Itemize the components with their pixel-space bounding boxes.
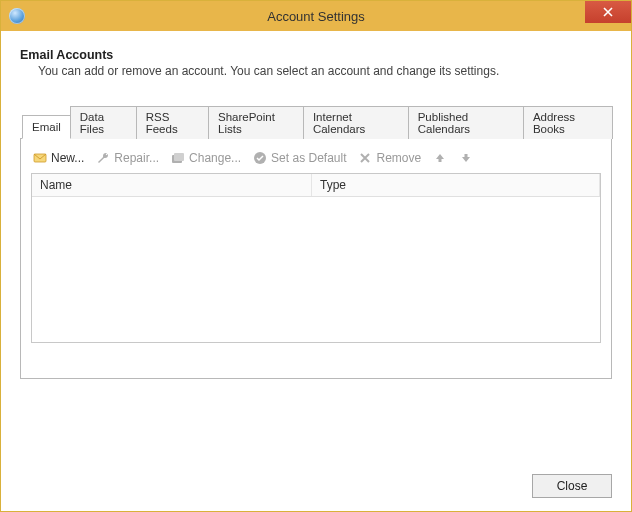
change-icon bbox=[171, 151, 185, 165]
check-circle-icon bbox=[253, 151, 267, 165]
content-area: Email Accounts You can add or remove an … bbox=[1, 31, 631, 511]
section-heading: Email Accounts bbox=[20, 48, 612, 62]
button-label: Close bbox=[557, 479, 588, 493]
tab-label: Email bbox=[32, 121, 61, 133]
accounts-table: Name Type bbox=[31, 173, 601, 343]
section-subheading: You can add or remove an account. You ca… bbox=[38, 64, 612, 78]
tab-rss-feeds[interactable]: RSS Feeds bbox=[136, 106, 209, 139]
set-default-button[interactable]: Set as Default bbox=[253, 151, 346, 165]
arrow-down-icon bbox=[459, 151, 473, 165]
tab-panel: New... Repair... Change... bbox=[20, 139, 612, 379]
tab-data-files[interactable]: Data Files bbox=[70, 106, 137, 139]
close-button[interactable]: Close bbox=[532, 474, 612, 498]
tab-label: Published Calendars bbox=[418, 111, 470, 135]
account-settings-window: Account Settings Email Accounts You can … bbox=[0, 0, 632, 512]
remove-icon bbox=[358, 151, 372, 165]
tab-internet-calendars[interactable]: Internet Calendars bbox=[303, 106, 409, 139]
tab-published-calendars[interactable]: Published Calendars bbox=[408, 106, 524, 139]
toolbar-label: New... bbox=[51, 151, 84, 165]
column-header-type[interactable]: Type bbox=[312, 174, 600, 196]
tab-label: Internet Calendars bbox=[313, 111, 365, 135]
tab-strip: Email Data Files RSS Feeds SharePoint Li… bbox=[20, 106, 612, 139]
tab-label: SharePoint Lists bbox=[218, 111, 275, 135]
table-header: Name Type bbox=[32, 174, 600, 197]
window-title: Account Settings bbox=[1, 9, 631, 24]
toolbar-label: Set as Default bbox=[271, 151, 346, 165]
tabs-container: Email Data Files RSS Feeds SharePoint Li… bbox=[20, 106, 612, 379]
tab-sharepoint-lists[interactable]: SharePoint Lists bbox=[208, 106, 304, 139]
move-down-button[interactable] bbox=[459, 151, 473, 165]
titlebar: Account Settings bbox=[1, 1, 631, 31]
new-mail-icon bbox=[33, 151, 47, 165]
repair-button[interactable]: Repair... bbox=[96, 151, 159, 165]
move-up-button[interactable] bbox=[433, 151, 447, 165]
tab-email[interactable]: Email bbox=[22, 115, 71, 139]
tab-address-books[interactable]: Address Books bbox=[523, 106, 613, 139]
tab-label: Address Books bbox=[533, 111, 575, 135]
dialog-footer: Close bbox=[20, 464, 612, 498]
svg-rect-2 bbox=[174, 153, 184, 161]
toolbar-label: Remove bbox=[376, 151, 421, 165]
toolbar-label: Repair... bbox=[114, 151, 159, 165]
tab-label: Data Files bbox=[80, 111, 104, 135]
column-header-name[interactable]: Name bbox=[32, 174, 312, 196]
toolbar: New... Repair... Change... bbox=[31, 149, 601, 173]
new-button[interactable]: New... bbox=[33, 151, 84, 165]
tab-label: RSS Feeds bbox=[146, 111, 178, 135]
arrow-up-icon bbox=[433, 151, 447, 165]
remove-button[interactable]: Remove bbox=[358, 151, 421, 165]
toolbar-label: Change... bbox=[189, 151, 241, 165]
repair-icon bbox=[96, 151, 110, 165]
change-button[interactable]: Change... bbox=[171, 151, 241, 165]
